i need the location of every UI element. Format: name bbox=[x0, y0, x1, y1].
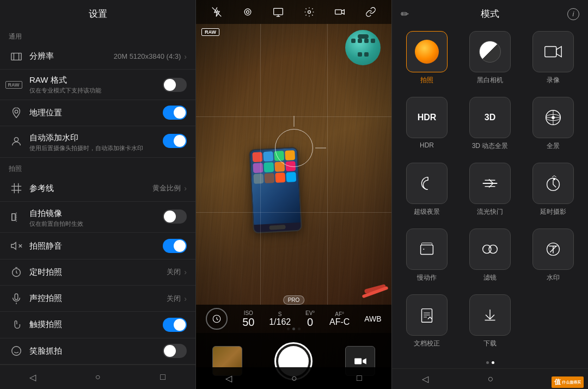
focus-circle[interactable] bbox=[275, 129, 313, 167]
mode-panorama[interactable]: 全景 bbox=[527, 97, 579, 154]
toggle-thumb bbox=[174, 319, 186, 331]
silent-shoot-toggle[interactable] bbox=[163, 239, 187, 253]
light-trail-icon-box bbox=[469, 163, 511, 204]
back-btn[interactable]: ◁ bbox=[25, 369, 40, 385]
watermark-label: 水印 bbox=[547, 273, 560, 282]
iso-param[interactable]: ISO 50 bbox=[242, 310, 254, 328]
smile-shoot-setting[interactable]: 笑脸抓拍 bbox=[0, 338, 195, 365]
filter-label: 滤镜 bbox=[483, 273, 497, 282]
auto-watermark-content: 自动添加水印 使用后置摄像头拍摄时，自动添加徕卡水印 bbox=[29, 133, 163, 152]
raw-format-setting[interactable]: RAW RAW 格式 仅在专业模式下支持该功能 bbox=[0, 70, 195, 100]
night-mode-icon-box bbox=[406, 163, 448, 204]
recent-btn[interactable]: □ bbox=[155, 369, 170, 385]
camera-mode-btn[interactable] bbox=[206, 308, 228, 330]
grid-icon bbox=[9, 181, 24, 196]
timer-setting[interactable]: 定时拍照 关闭 › bbox=[0, 260, 195, 286]
mode-hdr[interactable]: HDR HDR bbox=[401, 97, 453, 154]
mode-download[interactable]: 下载 bbox=[464, 294, 516, 351]
modes-nav-dots bbox=[392, 357, 588, 368]
shutter-param[interactable]: S 1/162 bbox=[269, 311, 291, 327]
toggle-thumb bbox=[164, 345, 176, 357]
voice-shoot-label: 声控拍照 bbox=[29, 293, 167, 304]
camera-recent-btn[interactable]: □ bbox=[357, 373, 362, 383]
mode-video[interactable]: 录像 bbox=[527, 31, 579, 88]
svg-point-18 bbox=[12, 347, 21, 356]
modes-back-btn[interactable]: ◁ bbox=[422, 374, 428, 384]
silent-shoot-setting[interactable]: 拍照静音 bbox=[0, 233, 195, 259]
smile-shoot-label: 笑脸抓拍 bbox=[29, 346, 163, 356]
touch-shoot-setting[interactable]: 触摸拍照 bbox=[0, 312, 195, 338]
modes-home-btn[interactable]: ○ bbox=[488, 373, 494, 385]
mode-timelapse[interactable]: 延时摄影 bbox=[527, 163, 579, 220]
camera-system-nav: ◁ ○ □ bbox=[196, 367, 391, 389]
site-watermark: 值 什么值得买 bbox=[552, 376, 584, 388]
resolution-value: 20M 5120x3840 (4:3) bbox=[114, 52, 181, 60]
mode-night[interactable]: 超级夜景 bbox=[401, 163, 453, 220]
shutter-label: S bbox=[278, 311, 282, 317]
video-mode-icon[interactable] bbox=[331, 3, 348, 21]
camera-home-btn[interactable]: ○ bbox=[291, 373, 297, 384]
hdr-mode-icon-box: HDR bbox=[406, 97, 448, 138]
voice-shoot-setting[interactable]: 声控拍照 关闭 › bbox=[0, 286, 195, 312]
ev-label: EV° bbox=[305, 310, 315, 316]
toggle-thumb bbox=[174, 107, 186, 119]
mirror-selfie-toggle[interactable] bbox=[163, 209, 187, 224]
modes-panel: ✏ 模式 i 拍照 黑白相机 录像 bbox=[392, 0, 588, 389]
link-icon[interactable] bbox=[362, 3, 379, 21]
home-btn[interactable]: ○ bbox=[90, 369, 105, 385]
modes-dot-2 bbox=[492, 361, 494, 364]
lens-icon[interactable] bbox=[239, 3, 256, 21]
bw-mode-label: 黑白相机 bbox=[477, 76, 503, 85]
guide-line-arrow: › bbox=[184, 184, 187, 193]
svg-rect-0 bbox=[11, 53, 21, 60]
doc-correct-icon-box bbox=[406, 294, 448, 336]
mirror-selfie-content: 自拍镜像 仅在前置自拍时生效 bbox=[29, 208, 163, 227]
mirror-selfie-sublabel: 仅在前置自拍时生效 bbox=[29, 220, 163, 227]
mirror-selfie-setting[interactable]: 自拍镜像 仅在前置自拍时生效 bbox=[0, 202, 195, 233]
camera-back-btn[interactable]: ◁ bbox=[225, 373, 232, 384]
flash-off-icon[interactable] bbox=[208, 3, 225, 21]
mode-watermark[interactable]: 水印 bbox=[527, 229, 579, 286]
touch-shoot-toggle[interactable] bbox=[163, 318, 187, 332]
geo-location-toggle[interactable] bbox=[163, 106, 187, 120]
modes-info-icon[interactable]: i bbox=[567, 8, 579, 20]
raw-format-toggle[interactable] bbox=[163, 78, 187, 92]
mode-filter[interactable]: 滤镜 bbox=[464, 229, 516, 286]
mode-photo[interactable]: 拍照 bbox=[401, 31, 453, 88]
modes-dot-1 bbox=[486, 361, 489, 364]
silent-shoot-label: 拍照静音 bbox=[29, 241, 163, 251]
resolution-setting[interactable]: 分辨率 20M 5120x3840 (4:3) › bbox=[0, 44, 195, 70]
auto-watermark-setting[interactable]: 自动添加水印 使用后置摄像头拍摄时，自动添加徕卡水印 bbox=[0, 126, 195, 157]
mode-bw[interactable]: 黑白相机 bbox=[464, 31, 516, 88]
timer-arrow: › bbox=[184, 268, 187, 276]
touch-shoot-content: 触摸拍照 bbox=[29, 319, 163, 330]
svg-marker-31 bbox=[363, 358, 366, 364]
geo-location-setting[interactable]: 地理位置 bbox=[0, 100, 195, 126]
settings-icon[interactable] bbox=[301, 3, 318, 21]
mirror-icon bbox=[9, 209, 24, 225]
download-label: 下载 bbox=[483, 339, 497, 348]
timer-value: 关闭 bbox=[167, 267, 181, 277]
smile-shoot-content: 笑脸抓拍 bbox=[29, 346, 163, 356]
mode-doc-correct[interactable]: 文档校正 bbox=[401, 294, 453, 351]
iso-label: ISO bbox=[244, 310, 253, 316]
guide-line-setting[interactable]: 参考线 黄金比例 › bbox=[0, 176, 195, 202]
light-trail-label: 流光快门 bbox=[477, 207, 503, 217]
raw-badge: RAW bbox=[5, 81, 22, 89]
voice-shoot-value: 关闭 bbox=[167, 294, 181, 304]
svg-rect-44 bbox=[421, 245, 433, 254]
mode-slowmo[interactable]: 慢动作 bbox=[401, 229, 453, 286]
awb-value[interactable]: AWB bbox=[364, 314, 381, 323]
threed-mode-label: 3D 动态全景 bbox=[472, 141, 509, 151]
mode-3d[interactable]: 3D 3D 动态全景 bbox=[464, 97, 516, 154]
raw-format-sublabel: 仅在专业模式下支持该功能 bbox=[29, 87, 163, 94]
screen-icon[interactable] bbox=[270, 3, 287, 21]
af-param[interactable]: AF° AF-C bbox=[329, 311, 350, 327]
mode-light-trail[interactable]: 流光快门 bbox=[464, 163, 516, 220]
mute-icon bbox=[9, 238, 24, 254]
modes-back-icon[interactable]: ✏ bbox=[401, 8, 409, 20]
voice-shoot-content: 声控拍照 bbox=[29, 293, 167, 304]
auto-watermark-toggle[interactable] bbox=[163, 134, 187, 148]
ev-param[interactable]: EV° 0 bbox=[305, 310, 315, 328]
smile-shoot-toggle[interactable] bbox=[163, 344, 187, 358]
